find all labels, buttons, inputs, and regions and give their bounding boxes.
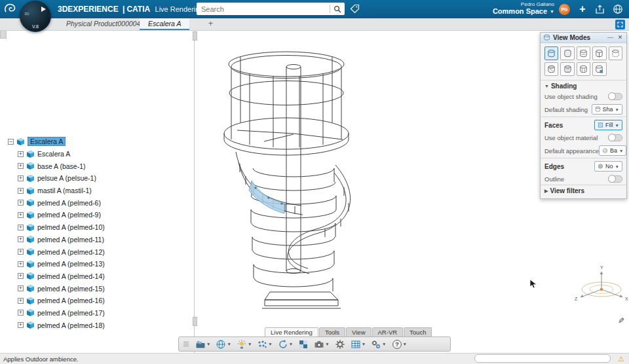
expand-icon[interactable]: + xyxy=(18,163,24,169)
materials-table-button[interactable]: ▼ xyxy=(351,339,366,350)
warning-icon[interactable]: ⚠ xyxy=(618,354,624,363)
view-mode-checker[interactable] xyxy=(577,62,590,76)
expand-icon[interactable]: + xyxy=(18,273,24,279)
view-mode-shading-material[interactable] xyxy=(577,46,590,60)
expand-icon[interactable]: + xyxy=(18,151,24,157)
toolbar-drag-handle[interactable] xyxy=(183,342,189,346)
view-mode-wireframe[interactable] xyxy=(592,46,606,60)
expand-icon[interactable]: + xyxy=(18,212,24,218)
splitter-handle-bottom[interactable] xyxy=(193,317,197,326)
tree-item[interactable]: + pelmed A (pelmed-13) xyxy=(8,258,193,270)
tree-item[interactable]: + pelmed A (pelmed-15) xyxy=(8,282,193,295)
tab-view[interactable]: View xyxy=(346,327,371,337)
settings-gear-button[interactable] xyxy=(335,339,345,350)
tree-item[interactable]: + pelmed A (pelmed-14) xyxy=(8,270,193,283)
axis-y-label: Y xyxy=(600,265,603,270)
outline-toggle[interactable] xyxy=(608,175,622,183)
turntable-button[interactable]: ▼ xyxy=(278,339,293,350)
edges-icon xyxy=(598,163,603,170)
point-cloud-button[interactable]: ▼ xyxy=(257,339,272,350)
expand-icon[interactable]: + xyxy=(18,298,24,304)
expand-icon[interactable]: + xyxy=(18,322,24,328)
shading-section-header[interactable]: ▼Shading xyxy=(544,82,622,90)
camera-button[interactable]: ▼ xyxy=(314,339,329,350)
tree-item[interactable]: + pelmed A (pelmed-17) xyxy=(8,307,193,319)
faces-dropdown[interactable]: Fill ▼ xyxy=(594,120,622,130)
tree-item[interactable]: + Escalera A xyxy=(8,148,193,160)
collapse-icon[interactable]: − xyxy=(8,139,14,145)
axis-triad[interactable]: Y X Z xyxy=(572,263,629,310)
tree-item[interactable]: + pelmed A (pelmed-9) xyxy=(8,209,193,221)
view-filters-header[interactable]: ▶View filters xyxy=(544,187,622,194)
tree-item[interactable]: + base A (base-1) xyxy=(8,160,193,172)
highlighted-face[interactable] xyxy=(249,181,284,213)
expand-icon[interactable]: + xyxy=(18,225,24,230)
view-mode-shading-edges[interactable] xyxy=(544,46,558,60)
expand-icon[interactable]: + xyxy=(18,261,24,267)
chevron-right-icon: ▶ xyxy=(544,189,548,194)
expand-icon[interactable]: + xyxy=(18,249,24,255)
tab-tools[interactable]: Tools xyxy=(319,327,345,337)
preferences-gears-button[interactable]: ▼ xyxy=(371,339,386,350)
default-appearance-dropdown[interactable]: Ba ▼ xyxy=(599,145,626,156)
annotate-pencil-icon[interactable]: ✎ xyxy=(618,316,624,325)
view-mode-hidden-edges[interactable] xyxy=(609,46,622,60)
search-input[interactable] xyxy=(197,5,330,13)
expand-icon[interactable]: + xyxy=(18,236,24,242)
add-content-button[interactable]: + xyxy=(577,3,588,15)
expand-icon[interactable]: + xyxy=(18,175,24,181)
tree-item[interactable]: + pelmed A (pelmed-10) xyxy=(8,221,193,234)
tree-item-label: pelmed A (pelmed-12) xyxy=(37,248,105,256)
expand-icon[interactable]: + xyxy=(18,200,24,206)
panel-collapse-handle[interactable] xyxy=(0,30,7,39)
panel-splitter[interactable] xyxy=(194,30,195,354)
share-icon[interactable] xyxy=(594,3,605,15)
tab-ar-vr[interactable]: AR-VR xyxy=(372,327,404,337)
render-movie-button[interactable]: ▼ xyxy=(195,339,210,350)
tab-escalera-a[interactable]: Escalera A xyxy=(140,18,189,30)
tree-item[interactable]: + mastil A (mastil-1) xyxy=(8,185,193,197)
tree-item[interactable]: + pelmed A (pelmed-12) xyxy=(8,246,193,258)
minimize-icon[interactable]: — xyxy=(607,34,614,41)
tree-item[interactable]: + pelmed A (pelmed-6) xyxy=(8,196,193,209)
view-modes-header[interactable]: View Modes — ✕ xyxy=(541,33,626,43)
view-mode-textured[interactable] xyxy=(560,62,574,76)
user-block[interactable]: Pedro Galiano Common Space▼ xyxy=(493,1,554,15)
expand-icon[interactable]: + xyxy=(18,188,24,194)
3d-compass[interactable]: 3D V.8 xyxy=(20,1,51,32)
tag-icon[interactable] xyxy=(350,4,360,16)
texture-checker-button[interactable] xyxy=(298,339,309,350)
tree-item[interactable]: + pelmed A (pelmed-16) xyxy=(8,295,193,307)
tab-live-rendering[interactable]: Live Rendering xyxy=(265,327,318,337)
command-input[interactable] xyxy=(474,354,611,363)
default-shading-dropdown[interactable]: Sha ▼ xyxy=(592,104,622,115)
tree-item[interactable]: + pelsue A (pelsue-1) xyxy=(8,172,193,185)
play-icon[interactable] xyxy=(41,7,46,12)
avatar[interactable]: PG xyxy=(559,4,570,15)
spiral-staircase-model[interactable] xyxy=(197,34,446,325)
user-name: Pedro Galiano xyxy=(493,1,554,7)
view-mode-custom[interactable] xyxy=(592,62,606,76)
expand-icon[interactable]: + xyxy=(18,310,24,316)
use-object-shading-toggle[interactable] xyxy=(608,93,622,100)
part-icon xyxy=(26,247,35,256)
expand-icon[interactable]: + xyxy=(18,285,24,291)
environment-button[interactable]: ▼ xyxy=(216,339,231,350)
splitter-handle-top[interactable] xyxy=(193,31,197,41)
tree-item[interactable]: + pelmed A (pelmed-11) xyxy=(8,234,193,246)
lighting-button[interactable]: ▼ xyxy=(237,339,252,350)
view-mode-shading[interactable] xyxy=(560,46,574,60)
tab-touch[interactable]: Touch xyxy=(404,327,432,337)
3ds-logo-icon[interactable] xyxy=(3,2,18,16)
tree-root-row[interactable]: − Escalera A xyxy=(8,136,193,148)
expand-viewport-button[interactable] xyxy=(615,20,625,29)
use-object-material-toggle[interactable] xyxy=(608,134,622,141)
search-icon[interactable] xyxy=(330,3,345,15)
add-tab-button[interactable]: + xyxy=(204,18,217,30)
edges-dropdown[interactable]: No ▼ xyxy=(594,161,622,172)
close-icon[interactable]: ✕ xyxy=(617,34,624,41)
tree-item[interactable]: + pelmed A (pelmed-18) xyxy=(8,319,193,331)
help-button[interactable]: ? ▼ xyxy=(392,339,407,350)
view-mode-quick-hidden[interactable] xyxy=(544,62,558,76)
help-globe-icon[interactable] xyxy=(612,3,624,15)
